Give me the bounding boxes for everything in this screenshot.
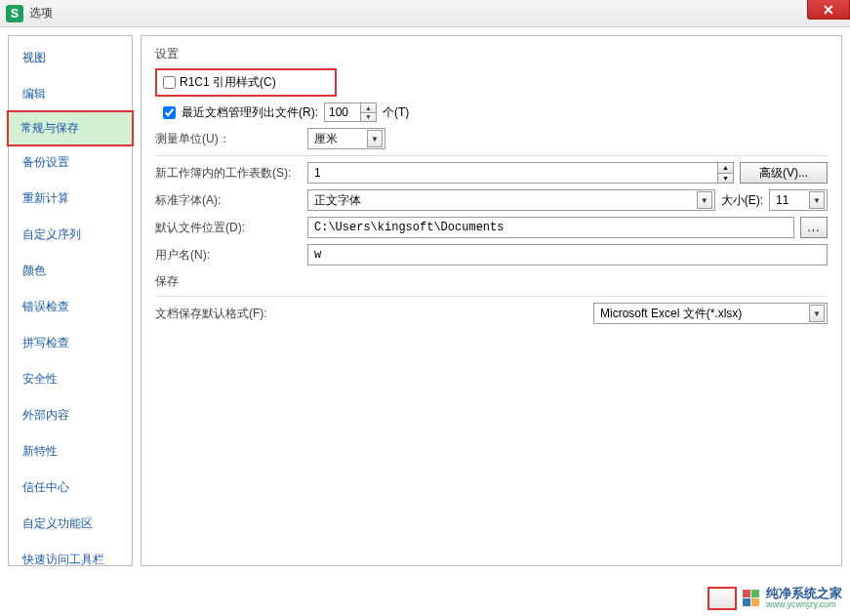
save-format-select[interactable]: Microsoft Excel 文件(*.xlsx) ▼ bbox=[593, 303, 828, 324]
save-format-value: Microsoft Excel 文件(*.xlsx) bbox=[600, 306, 805, 322]
r1c1-checkbox[interactable] bbox=[163, 76, 176, 89]
dropdown-icon: ▼ bbox=[697, 191, 712, 209]
size-value: 11 bbox=[776, 193, 805, 207]
advanced-button[interactable]: 高级(V)... bbox=[740, 162, 828, 184]
sidebar-item-trust-center[interactable]: 信任中心 bbox=[9, 470, 132, 506]
recent-docs-label: 最近文档管理列出文件(R): bbox=[182, 104, 318, 121]
sidebar-item-edit[interactable]: 编辑 bbox=[9, 76, 132, 112]
content-panel: 设置 R1C1 引用样式(C) 最近文档管理列出文件(R): ▲ ▼ 个(T) … bbox=[141, 35, 842, 566]
username-label: 用户名(N): bbox=[155, 247, 302, 264]
sidebar-item-recalc[interactable]: 重新计算 bbox=[9, 181, 132, 217]
dropdown-icon: ▼ bbox=[809, 191, 825, 209]
font-value: 正文字体 bbox=[314, 192, 693, 209]
font-select[interactable]: 正文字体 ▼ bbox=[307, 189, 715, 211]
separator bbox=[155, 296, 828, 297]
separator bbox=[155, 155, 828, 156]
app-icon: S bbox=[6, 5, 23, 22]
size-select[interactable]: 11 ▼ bbox=[769, 189, 828, 211]
font-label: 标准字体(A): bbox=[155, 192, 302, 209]
dropdown-icon: ▼ bbox=[809, 305, 825, 322]
sidebar-item-view[interactable]: 视图 bbox=[9, 40, 132, 76]
spinner-down-icon[interactable]: ▼ bbox=[361, 113, 376, 122]
watermark-title: 纯净系统之家 bbox=[766, 587, 842, 600]
sidebar-item-spell-check[interactable]: 拼写检查 bbox=[9, 325, 132, 361]
spinner-up-icon[interactable]: ▲ bbox=[718, 163, 733, 174]
sheets-input[interactable] bbox=[308, 166, 717, 180]
highlighted-bottom-button[interactable] bbox=[708, 587, 737, 610]
username-field[interactable]: w bbox=[307, 244, 828, 266]
unit-select[interactable]: 厘米 ▼ bbox=[307, 128, 385, 149]
window-title: 选项 bbox=[29, 5, 53, 21]
sidebar-item-custom-ribbon[interactable]: 自定义功能区 bbox=[9, 506, 132, 542]
recent-docs-input[interactable] bbox=[325, 103, 360, 121]
spinner-up-icon[interactable]: ▲ bbox=[361, 103, 376, 113]
bottom-bar: 纯净系统之家 www.ycwnjzy.com bbox=[708, 587, 842, 610]
group-save-label: 保存 bbox=[155, 273, 828, 290]
save-format-label: 文档保存默认格式(F): bbox=[155, 306, 302, 322]
sidebar-item-new-features[interactable]: 新特性 bbox=[9, 433, 132, 470]
close-button[interactable]: ✕ bbox=[807, 0, 850, 20]
sheets-spinner[interactable]: ▲ ▼ bbox=[307, 162, 734, 184]
recent-docs-checkbox[interactable] bbox=[163, 106, 176, 119]
size-label: 大小(E): bbox=[721, 192, 763, 209]
watermark: 纯净系统之家 www.ycwnjzy.com bbox=[743, 587, 842, 610]
close-icon: ✕ bbox=[823, 2, 834, 18]
group-settings-label: 设置 bbox=[155, 46, 828, 62]
sidebar-item-backup[interactable]: 备份设置 bbox=[9, 144, 132, 181]
sidebar: 视图 编辑 常规与保存 备份设置 重新计算 自定义序列 颜色 错误检查 拼写检查… bbox=[8, 35, 133, 566]
browse-button[interactable]: ... bbox=[800, 217, 828, 238]
sidebar-item-security[interactable]: 安全性 bbox=[9, 361, 132, 397]
sidebar-item-custom-list[interactable]: 自定义序列 bbox=[9, 217, 132, 253]
watermark-url: www.ycwnjzy.com bbox=[766, 600, 842, 610]
sheets-label: 新工作簿内的工作表数(S): bbox=[155, 165, 302, 182]
spinner-down-icon[interactable]: ▼ bbox=[718, 174, 733, 184]
sidebar-item-quick-access[interactable]: 快速访问工具栏 bbox=[9, 542, 132, 578]
default-location-label: 默认文件位置(D): bbox=[155, 220, 302, 236]
recent-docs-unit: 个(T) bbox=[383, 104, 409, 121]
recent-docs-spinner[interactable]: ▲ ▼ bbox=[324, 103, 377, 122]
r1c1-label: R1C1 引用样式(C) bbox=[180, 74, 276, 91]
unit-label: 测量单位(U)： bbox=[155, 131, 302, 147]
sidebar-item-error-check[interactable]: 错误检查 bbox=[9, 289, 132, 325]
sidebar-item-external[interactable]: 外部内容 bbox=[9, 397, 132, 433]
titlebar: S 选项 ✕ bbox=[0, 0, 850, 27]
watermark-logo-icon bbox=[743, 590, 760, 607]
dropdown-icon: ▼ bbox=[367, 130, 383, 147]
default-location-field[interactable]: C:\Users\kingsoft\Documents bbox=[307, 217, 794, 238]
r1c1-highlight: R1C1 引用样式(C) bbox=[155, 68, 337, 97]
unit-value: 厘米 bbox=[314, 131, 363, 147]
sidebar-item-general-save[interactable]: 常规与保存 bbox=[7, 110, 134, 146]
sidebar-item-color[interactable]: 颜色 bbox=[9, 253, 132, 289]
